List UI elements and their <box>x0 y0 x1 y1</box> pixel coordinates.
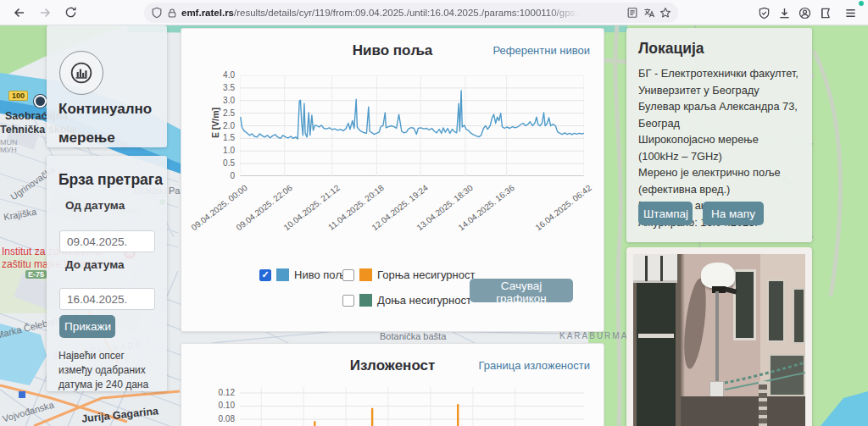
from-date-label: Од датума <box>65 198 126 213</box>
x-tick-label: 10.04.2025. 21:12 <box>262 183 341 247</box>
x-tick-label: 13.04.2025. 18:30 <box>395 183 474 247</box>
map-label: KARABURMA <box>559 331 628 340</box>
url-text: emf.ratel.rs/results/details/cyr/119/fro… <box>181 8 580 18</box>
quick-search-title: Брза претрага <box>58 171 163 189</box>
lock-icon <box>167 8 177 19</box>
legend-item-lower-uncertainty: Доња несигурност <box>342 294 471 307</box>
hamburger-menu-icon <box>844 7 857 19</box>
upper-uncertainty-checkbox[interactable] <box>342 269 354 281</box>
y-tick-label: 2.5 <box>213 108 235 118</box>
map-label <box>34 95 47 108</box>
field-chart[interactable] <box>240 75 584 176</box>
from-date-input[interactable] <box>59 230 155 252</box>
legend-label: Доња несигурност <box>377 294 471 307</box>
map-label <box>19 391 25 398</box>
downloads-icon[interactable] <box>778 7 791 19</box>
y-tick-label: 0.12 <box>213 388 235 397</box>
y-tick-label: 3.0 <box>213 96 235 105</box>
translate-icon[interactable] <box>643 7 655 19</box>
measurement-band: Широкопојасно мерење (100kHz – 7GHz) <box>638 131 801 164</box>
reader-view-icon[interactable] <box>626 7 638 19</box>
location-card: Локација БГ - Електротехнички факултет, … <box>626 28 812 242</box>
location-name: БГ - Електротехнички факултет, Универзит… <box>638 65 801 98</box>
quick-search-panel: Брза претрага Од датума До датума Прикаж… <box>47 156 167 391</box>
url-bar[interactable]: emf.ratel.rs/results/details/cyr/119/fro… <box>144 3 678 23</box>
legend-label: Горња несигурност <box>377 268 475 281</box>
y-tick-label: 0.10 <box>213 401 235 410</box>
y-tick-label: 0 <box>213 171 235 180</box>
back-button[interactable] <box>8 3 31 23</box>
back-arrow-icon <box>13 6 26 19</box>
lower-uncertainty-swatch <box>359 294 372 307</box>
x-tick-label: 11.04.2025. 20:18 <box>307 183 386 247</box>
field-level-card: Ниво поља Референтни нивои E [V/m] 00.51… <box>181 28 604 332</box>
y-tick-label: 4.0 <box>213 70 235 80</box>
browser-window: 100SaobraćajnaTehnička školaMUNМУНCara D… <box>0 0 868 426</box>
field-chart-svg <box>240 75 584 176</box>
x-tick-label: 14.04.2025. 16:36 <box>437 183 515 247</box>
date-range-note: Највећи опсег између одабраних датума је… <box>58 349 159 392</box>
sidebar-panel-icon[interactable] <box>819 7 832 19</box>
exposure-limit-link[interactable]: Граница изложености <box>479 359 590 372</box>
bookmark-star-icon[interactable] <box>659 7 671 19</box>
show-button[interactable]: Прикажи <box>59 315 115 338</box>
x-tick-label: 09.04.2025. 00:00 <box>170 183 248 247</box>
to-map-button[interactable]: На мапу <box>703 202 764 225</box>
map-label: Botanička bašta <box>380 331 446 341</box>
measured-quantity: Мерено је електрично поље (ефективна вре… <box>638 164 801 197</box>
to-date-input[interactable] <box>59 288 155 310</box>
account-icon[interactable] <box>798 7 811 19</box>
location-photo[interactable] <box>633 254 805 426</box>
field-level-swatch <box>276 268 289 281</box>
location-title: Локација <box>638 40 704 58</box>
location-photo-card <box>626 247 812 426</box>
x-tick-label: 12.04.2025. 19:24 <box>350 183 429 247</box>
upper-uncertainty-swatch <box>359 268 372 281</box>
reload-button[interactable] <box>59 3 81 23</box>
y-tick-label: 0.08 <box>213 414 235 423</box>
menu-button[interactable] <box>839 3 861 23</box>
y-tick-label: 1.0 <box>213 146 235 155</box>
shield-check-icon[interactable] <box>758 7 771 19</box>
panel-title: Континуално мерење <box>58 95 152 152</box>
print-button[interactable]: Штампај <box>638 202 693 225</box>
photo-courtyard <box>681 396 805 426</box>
exposure-chart[interactable] <box>240 387 584 426</box>
to-date-label: До датума <box>65 257 126 273</box>
x-tick-label: 16.04.2025. 06:42 <box>514 183 593 247</box>
y-tick-label: 1.5 <box>213 133 235 142</box>
save-chart-button[interactable]: Сачувај графикон <box>470 279 573 302</box>
y-tick-label: 2.0 <box>213 121 235 130</box>
forward-button[interactable] <box>34 3 56 23</box>
browser-toolbar: emf.ratel.rs/results/details/cyr/119/fro… <box>0 0 868 25</box>
continuous-measurement-panel: Континуално мерење <box>47 25 167 147</box>
update-badge <box>859 1 864 6</box>
map-label: E-75 <box>25 270 47 279</box>
y-tick-label: 3.5 <box>213 83 235 92</box>
photo-ladder <box>759 381 767 426</box>
location-address: Булевар краља Александра 73, Београд <box>638 98 801 131</box>
x-tick-label: 09.04.2025. 22:06 <box>214 183 293 247</box>
y-tick-label: 0.5 <box>213 158 235 168</box>
map-label: МУН <box>0 146 17 154</box>
reference-levels-link[interactable]: Референтни нивои <box>492 44 590 57</box>
legend-item-field-level: ✓ Ниво поља <box>259 268 352 281</box>
tracking-shield-icon <box>151 7 163 19</box>
forward-arrow-icon <box>38 6 52 19</box>
reload-icon <box>64 6 77 19</box>
field-level-checkbox[interactable]: ✓ <box>259 269 271 281</box>
bar-chart-icon <box>70 62 92 84</box>
lower-uncertainty-checkbox[interactable] <box>342 295 354 307</box>
map-label: 100 <box>8 91 28 101</box>
legend-item-upper-uncertainty: Горња несигурност <box>342 268 475 281</box>
measurement-type-icon-circle <box>59 51 103 95</box>
exposure-chart-svg <box>240 387 584 426</box>
exposure-card: Изложеност Граница изложености 0.120.100… <box>181 343 604 426</box>
